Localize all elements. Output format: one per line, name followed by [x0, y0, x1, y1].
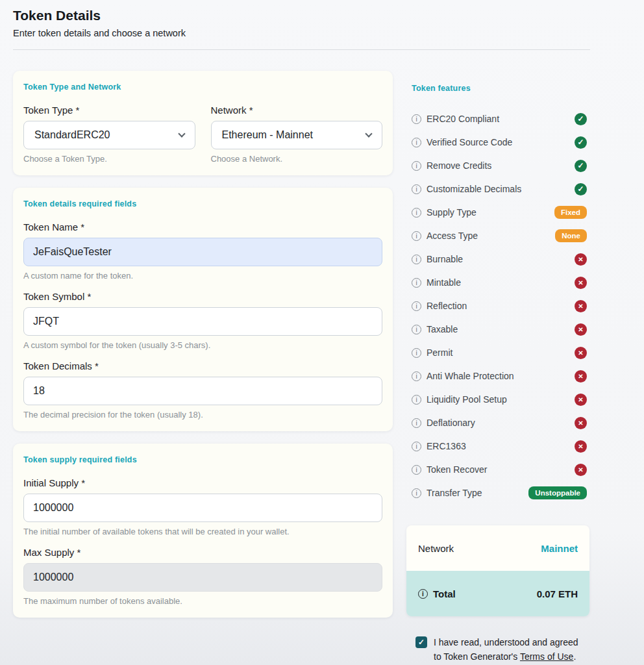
feature-row: Permit	[406, 341, 589, 364]
feature-row: Access Type None	[406, 224, 589, 247]
summary-total-value: 0.07 ETH	[537, 588, 578, 599]
info-icon[interactable]	[412, 418, 421, 428]
features-list: ERC20 Compliant Verified Source Code Rem…	[406, 107, 589, 505]
feature-row: Customizable Decimals	[406, 177, 589, 201]
token-symbol-field: Token Symbol * A custom symbol for the t…	[23, 291, 382, 350]
terms-of-use-link[interactable]: Terms of Use	[520, 651, 573, 662]
info-icon	[418, 589, 428, 599]
feature-row: ERC20 Compliant	[406, 107, 589, 131]
info-icon[interactable]	[412, 348, 421, 358]
section-title-token-details: Token details required fields	[23, 199, 382, 208]
chevron-down-icon	[178, 130, 185, 137]
network-selected-value: Ethereum - Mainnet	[222, 129, 314, 141]
section-title-token-supply: Token supply required fields	[23, 455, 382, 464]
feature-label: Permit	[427, 347, 452, 358]
token-type-label: Token Type *	[23, 105, 195, 116]
summary-total-label: Total	[433, 588, 456, 599]
max-supply-help: The maximum number of tokens available.	[23, 596, 382, 606]
token-name-label: Token Name *	[23, 221, 382, 232]
max-supply-field: Max Supply * The maximum number of token…	[23, 547, 382, 606]
token-supply-card: Token supply required fields Initial Sup…	[13, 444, 393, 618]
token-name-field: Token Name * A custom name for the token…	[23, 221, 382, 281]
page-title: Token Details	[13, 8, 590, 23]
feature-label: Customizable Decimals	[427, 184, 521, 194]
cross-icon	[575, 464, 587, 476]
network-label: Network *	[211, 105, 383, 116]
section-title-token-features: Token features	[412, 84, 589, 93]
token-decimals-input[interactable]	[23, 377, 382, 405]
feature-row: Remove Credits	[406, 154, 589, 177]
summary-network-label: Network	[418, 543, 454, 554]
token-name-help: A custom name for the token.	[23, 271, 382, 281]
info-icon[interactable]	[412, 208, 421, 218]
max-supply-label: Max Supply *	[23, 547, 382, 558]
feature-label: Supply Type	[427, 207, 477, 218]
initial-supply-field: Initial Supply * The initial number of a…	[23, 477, 382, 536]
token-generator-page: Token Details Enter token details and ch…	[0, 0, 644, 665]
feature-label: Taxable	[427, 324, 458, 334]
info-icon[interactable]	[412, 301, 421, 311]
initial-supply-input[interactable]	[23, 494, 382, 522]
cross-icon	[575, 277, 587, 289]
network-select[interactable]: Ethereum - Mainnet	[211, 121, 383, 149]
token-symbol-help: A custom symbol for the token (usually 3…	[23, 340, 382, 350]
cross-icon	[575, 417, 587, 429]
feature-label: Verified Source Code	[427, 137, 512, 147]
feature-row: Anti Whale Protection	[406, 364, 589, 388]
feature-label: Anti Whale Protection	[427, 371, 514, 381]
feature-row: Deflationary	[406, 411, 589, 434]
token-type-help: Choose a Token Type.	[23, 154, 195, 164]
section-title-type-network: Token Type and Network	[23, 82, 382, 92]
initial-supply-label: Initial Supply *	[23, 477, 382, 488]
network-field: Network * Ethereum - Mainnet Choose a Ne…	[211, 105, 383, 164]
feature-label: Token Recover	[427, 464, 487, 475]
info-icon[interactable]	[412, 488, 421, 498]
check-icon	[575, 160, 587, 172]
token-symbol-input[interactable]	[23, 307, 382, 336]
cross-icon	[575, 370, 587, 383]
summary-network-value: Mainnet	[541, 543, 578, 554]
feature-label: Transfer Type	[427, 488, 482, 498]
feature-label: Access Type	[427, 231, 478, 241]
info-icon[interactable]	[412, 371, 421, 381]
info-icon[interactable]	[412, 161, 421, 171]
info-icon[interactable]	[412, 184, 421, 194]
info-icon[interactable]	[412, 442, 421, 451]
feature-label: Burnable	[427, 254, 463, 264]
feature-label: ERC1363	[427, 441, 466, 451]
page-header: Token Details Enter token details and ch…	[13, 8, 644, 50]
feature-row: Supply Type Fixed	[406, 201, 589, 224]
feature-badge: Fixed	[554, 206, 587, 219]
features-column: Token features ERC20 Compliant Verified …	[406, 71, 589, 664]
summary-card: Network Mainnet Total 0.07 ETH	[406, 525, 589, 616]
info-icon[interactable]	[412, 138, 421, 147]
token-type-select[interactable]: StandardERC20	[23, 121, 195, 149]
feature-row: ERC1363	[406, 434, 589, 458]
check-icon	[575, 136, 587, 149]
cross-icon	[575, 347, 587, 359]
token-type-selected-value: StandardERC20	[34, 129, 110, 141]
info-icon[interactable]	[412, 395, 421, 405]
token-decimals-help: The decimal precision for the token (usu…	[23, 410, 382, 420]
check-icon	[575, 113, 587, 125]
info-icon[interactable]	[412, 278, 421, 288]
feature-row: Mintable	[406, 271, 589, 294]
terms-checkbox[interactable]	[415, 636, 427, 648]
summary-total-row: Total 0.07 ETH	[406, 571, 589, 616]
info-icon[interactable]	[412, 114, 421, 124]
page-subtitle: Enter token details and choose a network	[13, 28, 590, 38]
cross-icon	[575, 253, 587, 266]
feature-label: Reflection	[427, 301, 467, 311]
token-name-input[interactable]	[23, 238, 382, 266]
feature-row: Token Recover	[406, 458, 589, 481]
token-details-card: Token details required fields Token Name…	[13, 188, 393, 431]
feature-label: Mintable	[427, 277, 461, 288]
cross-icon	[575, 440, 587, 453]
info-icon[interactable]	[412, 465, 421, 475]
info-icon[interactable]	[412, 255, 421, 264]
feature-label: ERC20 Compliant	[427, 114, 499, 124]
info-icon[interactable]	[412, 325, 421, 334]
info-icon[interactable]	[412, 231, 421, 241]
feature-row: Transfer Type Unstoppable	[406, 481, 589, 505]
form-column: Token Type and Network Token Type * Stan…	[13, 71, 393, 664]
